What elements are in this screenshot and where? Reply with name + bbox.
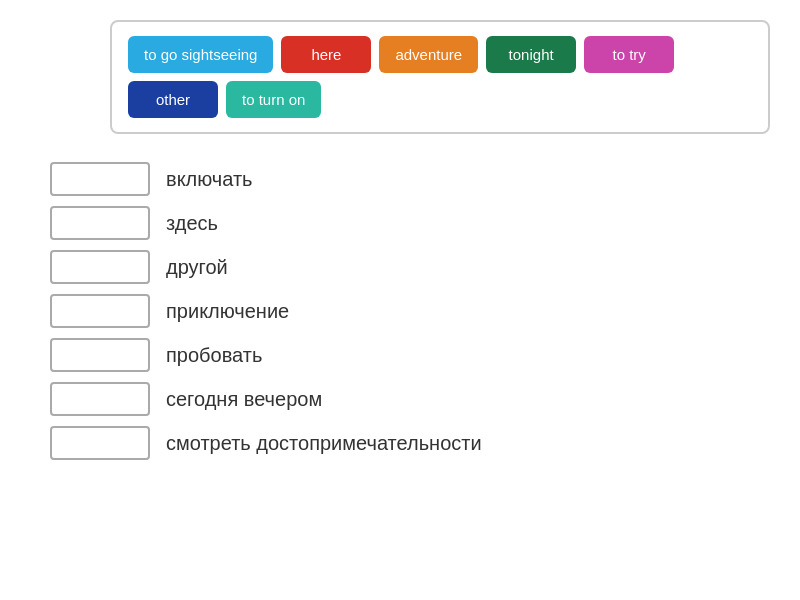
label-priklyuchenie: приключение	[166, 300, 289, 323]
table-row: включать	[50, 162, 770, 196]
table-row: приключение	[50, 294, 770, 328]
label-drugoy: другой	[166, 256, 228, 279]
match-box-smotret[interactable]	[50, 426, 150, 460]
label-zdes: здесь	[166, 212, 218, 235]
chip-here[interactable]: here	[281, 36, 371, 73]
table-row: смотреть достопримечательности	[50, 426, 770, 460]
table-row: другой	[50, 250, 770, 284]
match-box-probovat[interactable]	[50, 338, 150, 372]
match-list: включать здесь другой приключение пробов…	[30, 162, 770, 460]
chip-adventure[interactable]: adventure	[379, 36, 478, 73]
match-box-drugoy[interactable]	[50, 250, 150, 284]
match-box-segodnya[interactable]	[50, 382, 150, 416]
match-box-zdes[interactable]	[50, 206, 150, 240]
chip-tonight[interactable]: tonight	[486, 36, 576, 73]
label-segodnya: сегодня вечером	[166, 388, 322, 411]
table-row: пробовать	[50, 338, 770, 372]
chip-to-try[interactable]: to try	[584, 36, 674, 73]
answer-bank: to go sightseeing here adventure tonight…	[110, 20, 770, 134]
label-vklyuchat: включать	[166, 168, 253, 191]
chip-other[interactable]: other	[128, 81, 218, 118]
chip-to-turn-on[interactable]: to turn on	[226, 81, 321, 118]
label-probovat: пробовать	[166, 344, 262, 367]
match-box-vklyuchat[interactable]	[50, 162, 150, 196]
chip-to-go-sightseeing[interactable]: to go sightseeing	[128, 36, 273, 73]
table-row: сегодня вечером	[50, 382, 770, 416]
label-smotret: смотреть достопримечательности	[166, 432, 482, 455]
table-row: здесь	[50, 206, 770, 240]
match-box-priklyuchenie[interactable]	[50, 294, 150, 328]
